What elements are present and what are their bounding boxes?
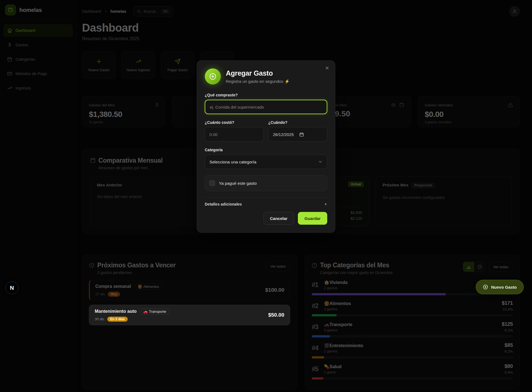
close-icon[interactable]: [325, 66, 329, 70]
what-label: ¿Qué compraste?: [205, 93, 327, 97]
what-input[interactable]: [205, 100, 327, 114]
cost-label: ¿Cuánto costó?: [205, 120, 264, 125]
car-emoji-icon: 🚗: [143, 309, 148, 314]
chevron-down-icon: [318, 160, 323, 164]
calendar-icon[interactable]: [294, 132, 304, 137]
caret-down-icon: ▼: [324, 203, 327, 206]
save-button[interactable]: Guardar: [298, 212, 327, 225]
new-expense-fab[interactable]: Nuevo Gasto: [476, 280, 524, 294]
details-expander[interactable]: Detalles adicionales ▼: [205, 197, 327, 206]
date-value: 26/12/2025: [273, 132, 294, 137]
fab-label: Nuevo Gasto: [491, 285, 517, 289]
category-select[interactable]: Selecciona una categoría: [205, 155, 327, 169]
modal-subtitle: Registra un gasto en segundos ⚡: [226, 79, 290, 84]
modal-title: Agregar Gasto: [226, 69, 290, 77]
category-selected-value: Selecciona una categoría: [209, 160, 256, 164]
cancel-button[interactable]: Cancelar: [264, 212, 294, 225]
category-label: Categoría: [205, 148, 327, 152]
paid-checkbox[interactable]: [209, 180, 215, 186]
details-label: Detalles adicionales: [205, 202, 242, 206]
cost-input[interactable]: [205, 127, 264, 142]
expense-amount: $50.00: [268, 312, 284, 318]
nextjs-dev-badge[interactable]: N: [6, 281, 18, 294]
agregar-gasto-modal: Agregar Gasto Registra un gasto en segun…: [197, 60, 335, 233]
due-date: 30 dic: [95, 317, 104, 321]
due-soon-badge: En 3 días: [107, 317, 128, 322]
expense-name: Mantenimiento auto: [95, 309, 137, 314]
circle-plus-icon: [483, 284, 488, 290]
date-input[interactable]: 26/12/2025: [268, 127, 327, 142]
paid-label: Ya pagué este gasto: [219, 181, 257, 186]
n-logo-icon: N: [10, 285, 14, 291]
when-label: ¿Cuándo?: [268, 120, 327, 125]
upcoming-expense-row[interactable]: Mantenimiento auto 🚗Transporte 30 dic En…: [89, 305, 290, 325]
category-pill: 🚗Transporte: [140, 309, 170, 314]
paid-checkbox-row[interactable]: Ya pagué este gasto: [205, 175, 327, 191]
circle-plus-icon: [205, 68, 221, 84]
